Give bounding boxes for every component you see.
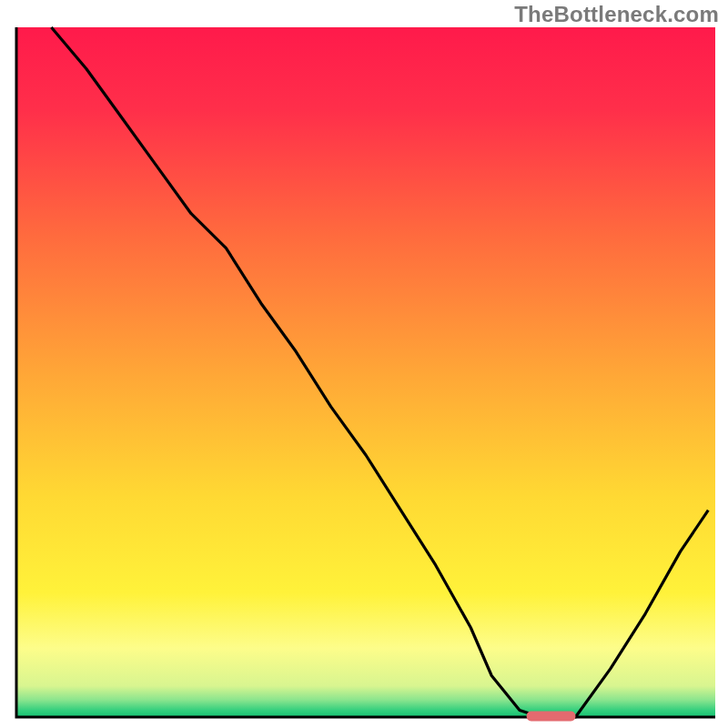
bottleneck-chart — [0, 0, 728, 728]
plot-background — [16, 27, 715, 717]
optimum-marker — [527, 712, 576, 722]
chart-frame: TheBottleneck.com — [0, 0, 728, 728]
